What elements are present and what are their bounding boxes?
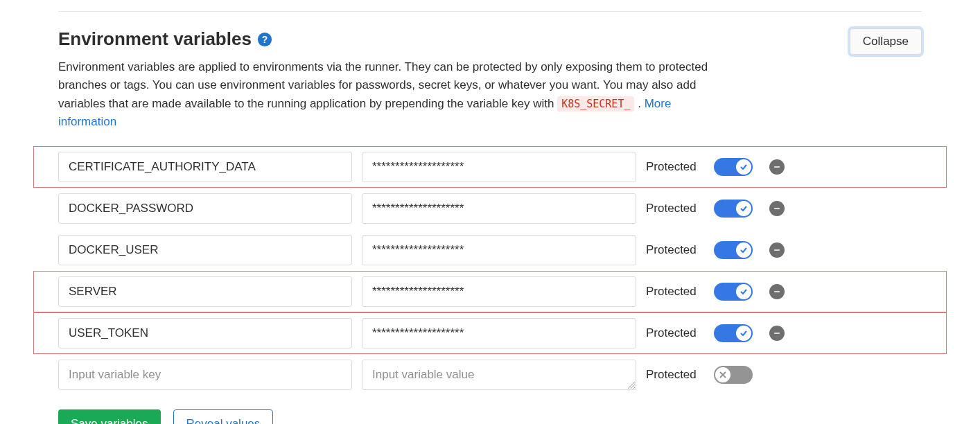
help-icon[interactable]: ?: [257, 32, 272, 47]
svg-text:?: ?: [262, 34, 268, 44]
protected-toggle[interactable]: [714, 366, 753, 384]
desc-text-2: .: [638, 97, 644, 110]
variable-key-input[interactable]: [58, 152, 352, 182]
variable-row-new: Protected: [58, 354, 922, 396]
variable-value-input[interactable]: [362, 235, 636, 265]
variable-row: Protected: [58, 312, 922, 354]
remove-variable-button[interactable]: [769, 326, 785, 341]
protected-toggle[interactable]: [714, 158, 753, 176]
title-text: Environment variables: [58, 28, 252, 50]
save-button[interactable]: Save variables: [58, 409, 161, 424]
protected-label: Protected: [646, 160, 704, 174]
variable-value-input[interactable]: [362, 360, 636, 390]
section-description: Environment variables are applied to env…: [58, 58, 732, 131]
variable-row: Protected: [58, 188, 922, 229]
protected-toggle[interactable]: [714, 200, 753, 218]
desc-code: K8S_SECRET_: [557, 96, 634, 112]
variable-key-input[interactable]: [58, 360, 352, 390]
remove-variable-button[interactable]: [769, 284, 785, 299]
remove-variable-button[interactable]: [769, 242, 785, 258]
variable-key-input[interactable]: [58, 276, 352, 307]
variable-value-input[interactable]: [362, 276, 636, 307]
variable-row: Protected: [58, 271, 922, 312]
reveal-button[interactable]: Reveal values: [173, 409, 274, 424]
protected-label: Protected: [646, 243, 704, 257]
remove-variable-button[interactable]: [769, 159, 785, 175]
variable-row: Protected: [58, 229, 922, 271]
protected-toggle[interactable]: [714, 324, 753, 342]
protected-toggle[interactable]: [714, 283, 753, 301]
variable-key-input[interactable]: [58, 235, 352, 265]
protected-toggle[interactable]: [714, 241, 753, 259]
section-title: Environment variables ?: [58, 28, 732, 50]
variable-key-input[interactable]: [58, 193, 352, 224]
protected-label: Protected: [646, 326, 704, 340]
collapse-button[interactable]: Collapse: [850, 28, 922, 55]
protected-label: Protected: [646, 202, 704, 215]
variable-row: Protected: [58, 146, 922, 188]
variable-value-input[interactable]: [362, 152, 636, 182]
variable-value-input[interactable]: [362, 193, 636, 224]
variables-list: Protected Protected Protected Protected: [58, 146, 922, 396]
variable-value-input[interactable]: [362, 318, 636, 348]
divider-top: [58, 11, 922, 12]
protected-label: Protected: [646, 368, 704, 382]
protected-label: Protected: [646, 285, 704, 299]
variable-key-input[interactable]: [58, 318, 352, 348]
remove-variable-button[interactable]: [769, 201, 785, 216]
